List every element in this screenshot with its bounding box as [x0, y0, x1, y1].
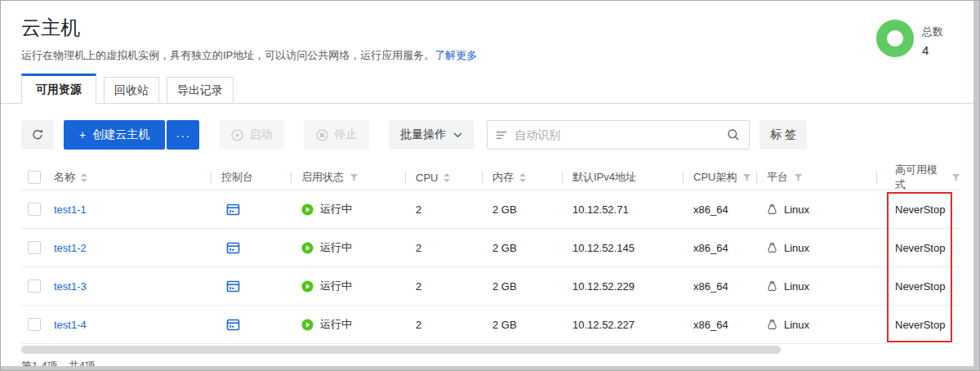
learn-more-link[interactable]: 了解更多	[434, 49, 477, 61]
memory-cell: 2 GB	[492, 242, 572, 254]
column-header-memory[interactable]: 内存	[492, 170, 572, 185]
create-host-button[interactable]: + 创建云主机	[64, 120, 165, 150]
running-status-icon	[301, 203, 314, 216]
column-header-status[interactable]: 启用状态	[301, 170, 416, 185]
tab-bar: 可用资源 回收站 导出记录	[1, 74, 979, 104]
start-button[interactable]: 启动	[219, 120, 284, 150]
platform-text: Linux	[784, 319, 809, 331]
ip-cell: 10.12.52.145	[572, 242, 693, 254]
platform-cell: Linux	[767, 319, 887, 331]
ha-mode-cell: NeverStop	[887, 319, 960, 331]
running-status-icon	[301, 319, 314, 331]
search-box	[487, 120, 750, 150]
filter-funnel-icon[interactable]	[951, 173, 960, 182]
linux-penguin-icon	[767, 319, 777, 331]
table-row: test1-4 运行中 2 2 GB 10.12.52.227	[21, 306, 960, 344]
status-cell: 运行中	[301, 202, 416, 217]
platform-text: Linux	[784, 280, 809, 293]
select-all-checkbox[interactable]	[28, 171, 41, 184]
status-cell: 运行中	[301, 240, 416, 255]
memory-cell: 2 GB	[492, 203, 572, 216]
arch-cell: x86_64	[693, 242, 767, 254]
linux-penguin-icon	[767, 280, 777, 293]
batch-actions-label: 批量操作	[400, 127, 446, 142]
chevron-down-icon	[453, 132, 462, 138]
running-status-icon	[301, 280, 314, 293]
refresh-button[interactable]	[21, 120, 54, 150]
search-input[interactable]	[514, 128, 719, 141]
toolbar: + 创建云主机 ··· 启动 停止 批量操作	[21, 120, 807, 150]
tab-available-resources[interactable]: 可用资源	[21, 74, 96, 104]
host-name-link[interactable]: test1-1	[54, 203, 87, 216]
filter-funnel-icon[interactable]	[350, 173, 359, 182]
ip-cell: 10.12.52.71	[572, 203, 693, 216]
memory-cell: 2 GB	[492, 319, 572, 331]
platform-cell: Linux	[767, 242, 887, 254]
sort-icon[interactable]	[443, 173, 450, 182]
linux-penguin-icon	[767, 242, 777, 254]
row-checkbox[interactable]	[28, 241, 41, 254]
batch-actions-button[interactable]: 批量操作	[389, 120, 474, 150]
row-checkbox[interactable]	[28, 203, 41, 216]
console-icon[interactable]	[226, 319, 240, 331]
filter-lines-icon	[497, 131, 507, 140]
status-text: 运行中	[320, 279, 352, 293]
page-title: 云主机	[21, 15, 477, 41]
arch-cell: x86_64	[693, 319, 767, 331]
sort-icon[interactable]	[81, 173, 87, 182]
table-row: test1-2 运行中 2 2 GB 10.12.52.145	[21, 229, 960, 267]
platform-text: Linux	[784, 203, 809, 216]
status-cell: 运行中	[301, 317, 416, 332]
page-header: 云主机 运行在物理机上的虚拟机实例，具有独立的IP地址，可以访问公共网络，运行应…	[21, 15, 477, 63]
platform-cell: Linux	[767, 203, 887, 216]
horizontal-scrollbar[interactable]	[21, 346, 781, 354]
filter-funnel-icon[interactable]	[794, 173, 803, 182]
column-header-cpu[interactable]: CPU	[416, 172, 492, 184]
total-donut-chart	[876, 20, 914, 57]
column-header-name[interactable]: 名称	[54, 170, 221, 185]
column-header-ha-mode[interactable]: 高可用模式	[887, 163, 960, 192]
table-row: test1-3 运行中 2 2 GB 10.12.52.229	[21, 267, 960, 306]
status-cell: 运行中	[301, 279, 416, 293]
refresh-icon	[31, 128, 44, 141]
host-name-link[interactable]: test1-2	[54, 242, 87, 254]
host-name-link[interactable]: test1-3	[54, 280, 87, 293]
page-description: 运行在物理机上的虚拟机实例，具有独立的IP地址，可以访问公共网络，运行应用服务。…	[21, 48, 477, 63]
tab-export-records[interactable]: 导出记录	[167, 77, 234, 104]
start-label: 启动	[249, 127, 272, 142]
create-host-label: 创建云主机	[92, 127, 149, 142]
sort-icon[interactable]	[519, 173, 526, 182]
running-status-icon	[301, 242, 314, 254]
table-header-row: 名称 控制台 启用状态 CPU 内存 默认IPv4地址	[21, 163, 960, 190]
ha-mode-cell: NeverStop	[887, 242, 960, 254]
tag-button[interactable]: 标 签	[760, 120, 807, 150]
vertical-scrollbar[interactable]	[973, 1, 979, 367]
search-icon[interactable]	[727, 128, 740, 141]
row-checkbox[interactable]	[28, 318, 41, 331]
console-icon[interactable]	[226, 203, 240, 216]
column-header-platform[interactable]: 平台	[767, 170, 887, 185]
row-checkbox[interactable]	[28, 279, 41, 293]
stop-label: 停止	[334, 127, 357, 142]
tab-recycle-bin[interactable]: 回收站	[104, 77, 159, 104]
total-summary: 总数 4	[876, 20, 943, 57]
ip-cell: 10.12.52.229	[572, 280, 693, 293]
cpu-cell: 2	[416, 319, 492, 331]
console-icon[interactable]	[226, 280, 240, 293]
host-name-link[interactable]: test1-4	[54, 319, 87, 331]
filter-funnel-icon[interactable]	[742, 173, 751, 182]
console-icon[interactable]	[226, 242, 240, 254]
arch-cell: x86_64	[693, 280, 767, 293]
stop-button[interactable]: 停止	[304, 120, 369, 150]
window-bottom-edge	[1, 366, 979, 370]
cloud-host-page: 云主机 运行在物理机上的虚拟机实例，具有独立的IP地址，可以访问公共网络，运行应…	[0, 0, 980, 371]
column-header-console: 控制台	[221, 170, 301, 185]
column-header-ip: 默认IPv4地址	[572, 170, 693, 185]
page-description-text: 运行在物理机上的虚拟机实例，具有独立的IP地址，可以访问公共网络，运行应用服务。	[21, 49, 434, 61]
platform-text: Linux	[784, 242, 809, 254]
ha-mode-cell: NeverStop	[887, 203, 960, 216]
plus-icon: +	[79, 128, 86, 141]
total-value: 4	[922, 43, 943, 57]
more-actions-button[interactable]: ···	[167, 120, 199, 150]
status-text: 运行中	[320, 240, 352, 255]
